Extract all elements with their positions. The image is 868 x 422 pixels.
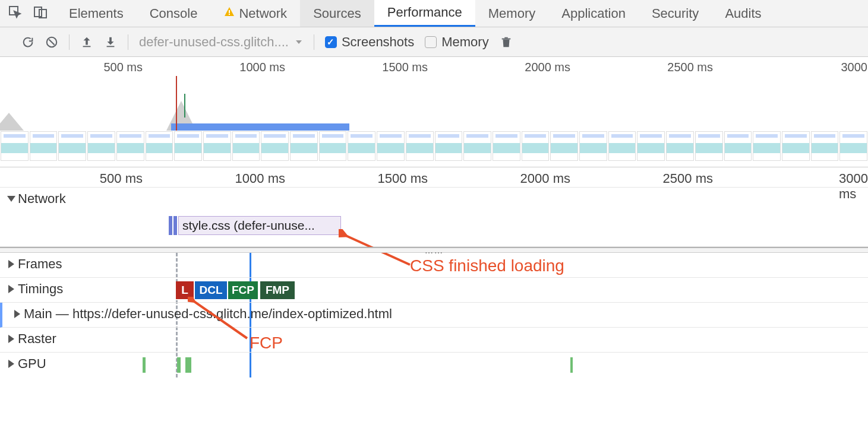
tab-security[interactable]: Security xyxy=(639,0,712,27)
expand-icon[interactable] xyxy=(8,285,14,293)
timing-l[interactable]: L xyxy=(176,281,194,299)
clear-icon[interactable] xyxy=(45,36,58,49)
download-icon[interactable] xyxy=(104,36,117,49)
devtools-tabs: Elements Console Network Sources Perform… xyxy=(0,0,868,27)
warning-icon xyxy=(223,6,235,21)
flame-chart-pane[interactable]: Frames Timings L DCL FCP FMP Main — http… xyxy=(0,253,868,377)
tab-elements[interactable]: Elements xyxy=(56,0,137,27)
tab-application[interactable]: Application xyxy=(548,0,639,27)
network-track[interactable]: Network style.css (defer-unuse... xyxy=(0,188,868,247)
timing-dcl[interactable]: DCL xyxy=(195,281,227,299)
svg-rect-7 xyxy=(107,46,115,47)
cpu-chart xyxy=(0,76,868,131)
gpu-track[interactable]: GPU xyxy=(0,353,868,377)
expand-icon[interactable] xyxy=(8,360,14,368)
trash-icon[interactable] xyxy=(500,36,513,49)
expand-icon[interactable] xyxy=(14,310,20,318)
raster-track[interactable]: Raster xyxy=(0,328,868,353)
svg-rect-4 xyxy=(229,14,230,15)
expand-icon[interactable] xyxy=(8,335,14,343)
collapse-icon[interactable] xyxy=(7,196,15,202)
timings-track[interactable]: Timings L DCL FCP FMP xyxy=(0,278,868,303)
reload-icon[interactable] xyxy=(21,36,34,49)
svg-rect-6 xyxy=(83,46,91,47)
main-track[interactable]: Main — https://defer-unused-css.glitch.m… xyxy=(0,303,868,328)
overview-pane[interactable]: 500 ms 1000 ms 1500 ms 2000 ms 2500 ms 3… xyxy=(0,57,868,167)
svg-rect-1 xyxy=(34,7,42,17)
expand-icon[interactable] xyxy=(8,260,14,268)
chevron-down-icon xyxy=(295,38,303,46)
tab-audits[interactable]: Audits xyxy=(712,0,774,27)
timing-fmp[interactable]: FMP xyxy=(260,281,295,299)
screenshot-strip[interactable] xyxy=(0,131,868,161)
screenshots-checkbox[interactable]: ✓Screenshots xyxy=(325,34,414,50)
svg-rect-3 xyxy=(229,10,230,13)
overview-ruler: 500 ms 1000 ms 1500 ms 2000 ms 2500 ms 3… xyxy=(0,57,868,76)
memory-checkbox[interactable]: Memory xyxy=(425,34,488,50)
performance-toolbar: defer-unused-css.glitch.... ✓Screenshots… xyxy=(0,27,868,57)
tab-network[interactable]: Network xyxy=(210,0,300,27)
tab-console[interactable]: Console xyxy=(137,0,211,27)
pane-splitter[interactable]: ⋯⋯ xyxy=(0,247,868,253)
network-request-item[interactable]: style.css (defer-unuse... xyxy=(178,216,341,235)
tab-memory[interactable]: Memory xyxy=(475,0,548,27)
frames-track[interactable]: Frames xyxy=(0,253,868,278)
tab-performance[interactable]: Performance xyxy=(374,0,475,27)
detail-ruler: 500 ms 1000 ms 1500 ms 2000 ms 2500 ms 3… xyxy=(0,167,868,188)
timing-fcp[interactable]: FCP xyxy=(228,281,258,299)
device-icon[interactable] xyxy=(33,5,48,22)
tab-sources[interactable]: Sources xyxy=(300,0,374,27)
upload-icon[interactable] xyxy=(80,36,93,49)
inspect-icon[interactable] xyxy=(8,5,23,22)
recording-dropdown[interactable]: defer-unused-css.glitch.... xyxy=(139,34,303,50)
